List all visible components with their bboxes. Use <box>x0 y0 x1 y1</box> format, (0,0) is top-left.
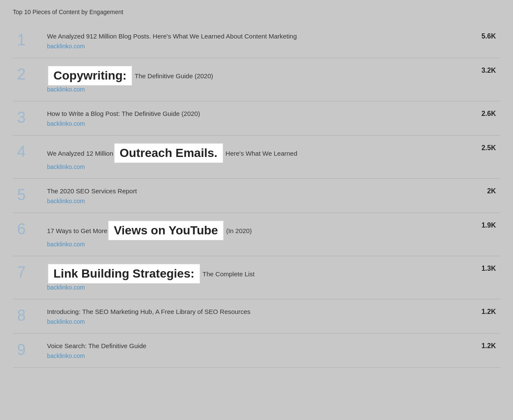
item-title-row: Link Building Strategies: The Complete L… <box>47 264 466 284</box>
list-item: 1 We Analyzed 912 Million Blog Posts. He… <box>13 24 500 58</box>
item-content: Link Building Strategies: The Complete L… <box>43 264 470 291</box>
item-number: 8 <box>17 307 43 323</box>
list-item: 4 We Analyzed 12 Million Outreach Emails… <box>13 136 500 179</box>
item-content: 17 Ways to Get More Views on YouTube (In… <box>43 221 470 248</box>
highlight-copywriting: Copywriting: <box>48 66 132 86</box>
item-content: The 2020 SEO Services Report backlinko.c… <box>43 186 470 205</box>
list-item: 8 Introducing: The SEO Marketing Hub, A … <box>13 299 500 334</box>
list-item: 7 Link Building Strategies: The Complete… <box>13 256 500 299</box>
item-domain[interactable]: backlinko.com <box>47 284 85 291</box>
item-number: 6 <box>17 221 43 237</box>
item-title: Introducing: The SEO Marketing Hub, A Fr… <box>47 307 466 316</box>
list-item: 9 Voice Search: The Definitive Guide bac… <box>13 334 500 368</box>
item-number: 4 <box>17 143 43 160</box>
highlight-link-building: Link Building Strategies: <box>48 264 200 284</box>
item-count: 5.6K <box>470 32 496 40</box>
item-count: 2.5K <box>470 143 496 152</box>
item-title-after: The Complete List <box>203 270 255 278</box>
item-title-row: Copywriting: The Definitive Guide (2020) <box>47 66 466 86</box>
item-title: How to Write a Blog Post: The Definitive… <box>47 109 466 118</box>
item-domain[interactable]: backlinko.com <box>47 120 85 127</box>
item-title-after: Here's What We Learned <box>226 150 298 157</box>
item-domain[interactable]: backlinko.com <box>47 86 85 93</box>
item-title-after: The Definitive Guide (2020) <box>135 72 213 80</box>
item-count: 3.2K <box>470 66 496 74</box>
item-number: 2 <box>17 66 43 82</box>
item-title-row: 17 Ways to Get More Views on YouTube (In… <box>47 221 466 240</box>
content-list: 1 We Analyzed 912 Million Blog Posts. He… <box>13 24 500 368</box>
item-count: 1.2K <box>470 307 496 316</box>
page-container: Top 10 Pieces of Content by Engagement 1… <box>13 9 500 368</box>
item-count: 2K <box>470 186 496 195</box>
item-domain[interactable]: backlinko.com <box>47 241 85 248</box>
item-title-row: We Analyzed 12 Million Outreach Emails. … <box>47 143 466 163</box>
list-item: 6 17 Ways to Get More Views on YouTube (… <box>13 213 500 256</box>
highlight-views-youtube: Views on YouTube <box>108 221 224 240</box>
item-title-before: 17 Ways to Get More <box>47 227 107 234</box>
item-title: Voice Search: The Definitive Guide <box>47 341 466 350</box>
list-item: 2 Copywriting: The Definitive Guide (202… <box>13 58 500 101</box>
item-title-before: We Analyzed 12 Million <box>47 150 113 157</box>
highlight-outreach-emails: Outreach Emails. <box>114 143 223 163</box>
list-item: 3 How to Write a Blog Post: The Definiti… <box>13 101 500 136</box>
item-content: Introducing: The SEO Marketing Hub, A Fr… <box>43 307 470 325</box>
page-title: Top 10 Pieces of Content by Engagement <box>13 9 500 15</box>
item-content: We Analyzed 912 Million Blog Posts. Here… <box>43 32 470 50</box>
item-domain[interactable]: backlinko.com <box>47 43 85 50</box>
list-item: 5 The 2020 SEO Services Report backlinko… <box>13 179 500 213</box>
item-number: 3 <box>17 109 43 125</box>
item-number: 7 <box>17 264 43 280</box>
item-domain[interactable]: backlinko.com <box>47 163 85 170</box>
item-content: Voice Search: The Definitive Guide backl… <box>43 341 470 360</box>
item-count: 1.3K <box>470 264 496 272</box>
item-domain[interactable]: backlinko.com <box>47 352 85 359</box>
item-title: We Analyzed 912 Million Blog Posts. Here… <box>47 32 466 41</box>
item-count: 1.9K <box>470 221 496 229</box>
item-title: The 2020 SEO Services Report <box>47 186 466 195</box>
item-count: 2.6K <box>470 109 496 118</box>
item-number: 1 <box>17 32 43 48</box>
item-count: 1.2K <box>470 341 496 350</box>
item-content: How to Write a Blog Post: The Definitive… <box>43 109 470 127</box>
item-number: 9 <box>17 341 43 358</box>
item-content: Copywriting: The Definitive Guide (2020)… <box>43 66 470 93</box>
item-title-after: (In 2020) <box>226 227 252 234</box>
item-content: We Analyzed 12 Million Outreach Emails. … <box>43 143 470 171</box>
item-number: 5 <box>17 186 43 203</box>
item-domain[interactable]: backlinko.com <box>47 198 85 204</box>
item-domain[interactable]: backlinko.com <box>47 318 85 325</box>
